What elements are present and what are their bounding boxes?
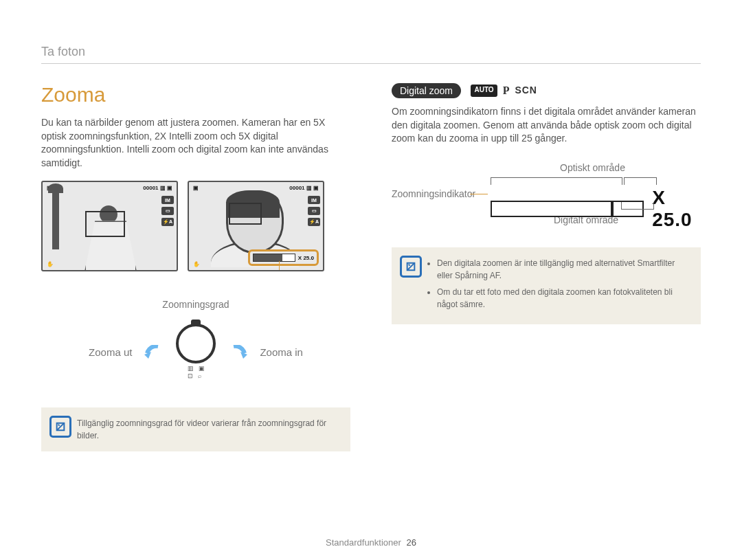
footer-section: Standardfunktioner: [326, 537, 401, 548]
lcd-right-icons: IM ▭ ⚡A: [161, 196, 174, 226]
zoom-value: X 25.0: [298, 255, 314, 261]
focus-frame: [229, 203, 262, 225]
zoom-dial-icon: [176, 324, 216, 363]
note-item: Om du tar ett foto med den digitala zoom…: [437, 286, 690, 311]
bracket-bottom: [491, 202, 654, 210]
page-footer: Standardfunktioner 26: [0, 537, 742, 548]
stabilizer-icon: ✋: [47, 261, 54, 267]
label-zoom-indicator: Zoomningsindikator: [392, 188, 475, 199]
right-column: Digital zoom AUTO P SCN Om zoomningsindi…: [392, 83, 701, 451]
page-header: Ta foton: [41, 45, 701, 64]
arrow-right-icon: [228, 345, 247, 359]
example-screens: ▣ 00001 ▥ ▣ IM ▭ ⚡A ✋: [41, 181, 350, 271]
quality-icon: ▭: [308, 207, 320, 215]
flash-icon: ⚡A: [308, 218, 320, 226]
quality-icon: ▭: [161, 207, 174, 215]
section-heading-zooma: Zooma: [41, 83, 350, 107]
zoom-bar: [253, 254, 295, 262]
left-column: Zooma Du kan ta närbilder genom att just…: [41, 83, 350, 451]
subsection-header: Digital zoom AUTO P SCN: [392, 83, 701, 98]
note-box-right: Den digitala zoomen är inte tillgänglig …: [392, 247, 701, 324]
note-text-left: Tillgänglig zoomningsgrad för videor var…: [77, 418, 326, 440]
zoom-range-diagram: Optiskt område Zoomningsindikator Digita…: [392, 162, 701, 228]
lcd-preview-zoomed: ▣ 00001 ▥ ▣ IM ▭ ⚡A ✋: [188, 181, 324, 271]
mode-icons: AUTO P SCN: [471, 85, 537, 97]
lcd-top-icons: ▣ 00001 ▥ ▣: [47, 185, 172, 191]
zoom-level-callout: X 25.0: [248, 249, 319, 266]
footer-page-number: 26: [407, 537, 416, 548]
lcd-counter: 00001: [143, 185, 158, 191]
label-optical-range: Optiskt område: [560, 162, 625, 173]
content-columns: Zooma Du kan ta närbilder genom att just…: [41, 83, 701, 451]
scene-lamp: [52, 189, 59, 249]
note-icon: [400, 256, 422, 278]
zoom-control-diagram: Zooma ut ▥ ▣⊡ ⌕ Zooma in: [41, 324, 350, 380]
bracket-top: [491, 177, 657, 185]
zooma-body-text: Du kan ta närbilder genom att justera zo…: [41, 116, 350, 170]
note-item: Den digitala zoomen är inte tillgänglig …: [437, 257, 690, 282]
sd-card-icon: ▥ ▣: [306, 185, 319, 191]
camera-mode-icon: ▣: [193, 185, 199, 191]
digital-zoom-pill: Digital zoom: [392, 83, 461, 98]
mode-p-icon: P: [503, 85, 510, 97]
focus-frame: [85, 211, 125, 237]
resolution-icon: IM: [161, 196, 174, 204]
note-icon: [49, 416, 71, 438]
resolution-icon: IM: [308, 196, 320, 204]
sd-card-icon: ▥ ▣: [160, 185, 172, 191]
flash-icon: ⚡A: [161, 218, 174, 226]
caption-zoomningsgrad: Zoomningsgrad: [41, 299, 350, 310]
digital-zoom-body: Om zoomningsindikatorn finns i det digit…: [392, 105, 701, 146]
lcd-preview-wide: ▣ 00001 ▥ ▣ IM ▭ ⚡A ✋: [41, 181, 178, 271]
label-zoom-in: Zooma in: [260, 346, 303, 358]
zoom-max-value: X 25.0: [652, 187, 706, 231]
label-zoom-out: Zooma ut: [89, 346, 132, 358]
lcd-right-icons: IM ▭ ⚡A: [308, 196, 320, 226]
mode-auto-icon: AUTO: [471, 85, 497, 97]
stabilizer-icon: ✋: [193, 261, 200, 267]
note-list-right: Den digitala zoomen är inte tillgänglig …: [427, 257, 690, 311]
mode-scn-icon: SCN: [515, 85, 537, 97]
header-title: Ta foton: [41, 45, 85, 58]
callout-leader-line: [279, 261, 280, 271]
note-box-left: Tillgänglig zoomningsgrad för videor var…: [41, 407, 350, 451]
dial-indicator-icons: ▥ ▣⊡ ⌕: [188, 365, 205, 380]
leader-line: [470, 194, 488, 194]
arrow-left-icon: [144, 345, 164, 359]
